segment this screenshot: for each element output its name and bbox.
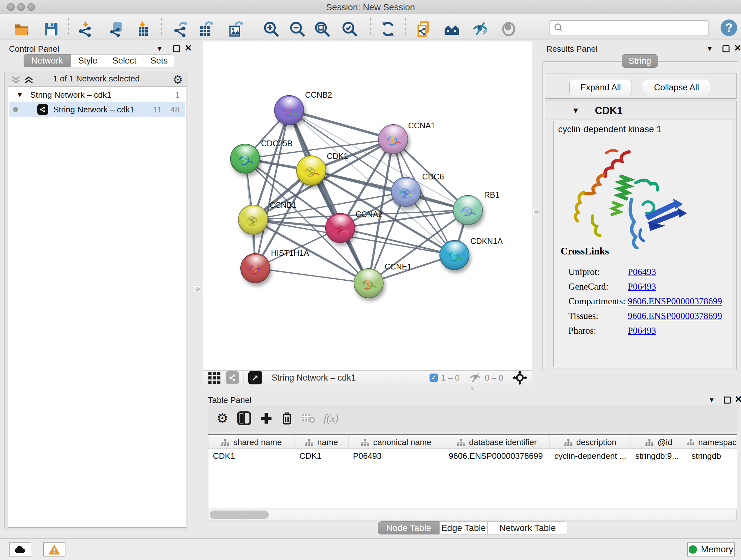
column-header-description[interactable]: description	[550, 435, 631, 449]
network-collection-row[interactable]: ▼ String Network – cdk1 1	[9, 87, 185, 102]
control-panel-collapse-icon[interactable]: ▾	[158, 44, 161, 53]
gear-icon[interactable]: ⚙	[173, 73, 183, 86]
column-header--id[interactable]: @id	[631, 435, 687, 449]
crosslink-link[interactable]: P06493	[628, 281, 656, 292]
column-header-name[interactable]: name	[295, 435, 348, 449]
control-panel-close-icon[interactable]: ✕	[185, 43, 192, 53]
export-network-button[interactable]	[172, 20, 190, 38]
network-node-ccnb2[interactable]	[274, 95, 304, 125]
control-panel-float-icon[interactable]	[173, 45, 180, 52]
network-node-cdc6[interactable]	[391, 177, 421, 207]
crosslink-link[interactable]: 9606.ENSP00000378699	[628, 311, 722, 321]
network-row[interactable]: String Network – cdk1 11 48	[9, 102, 185, 117]
tab-network[interactable]: Network	[23, 54, 71, 67]
tab-node-table[interactable]: Node Table	[378, 521, 440, 535]
search-field[interactable]	[549, 20, 709, 36]
tab-sets[interactable]: Sets	[144, 54, 174, 67]
zoom-selected-button[interactable]	[341, 20, 359, 38]
tab-select[interactable]: Select	[105, 54, 144, 67]
table-cell[interactable]: CDK1	[208, 450, 295, 462]
results-panel-collapse-icon[interactable]: ▾	[708, 44, 712, 53]
memory-button[interactable]: Memory	[687, 543, 735, 557]
network-node-ccnb1[interactable]	[238, 205, 268, 235]
column-header-shared-name[interactable]: shared name	[208, 435, 295, 449]
hide-view-button[interactable]	[471, 20, 489, 38]
column-header-database-identifier[interactable]: database identifier	[444, 435, 550, 449]
crosslink-link[interactable]: P06493	[628, 266, 656, 277]
table-panel-collapse-icon[interactable]: ▾	[710, 395, 714, 404]
table-cell[interactable]: 9606.ENSP00000378699	[444, 450, 550, 462]
help-button[interactable]: ?	[721, 19, 737, 36]
table-row[interactable]: CDK1CDK1P064939606.ENSP00000378699cyclin…	[208, 450, 737, 462]
selected-checkbox[interactable]: ✓	[429, 374, 438, 382]
apply-layout-button[interactable]	[379, 20, 397, 38]
table-panel-float-icon[interactable]	[724, 396, 731, 403]
tree-expander-icon[interactable]: ▼	[16, 91, 23, 99]
results-panel-close-icon[interactable]: ✕	[734, 43, 741, 53]
network-edge[interactable]	[255, 110, 289, 268]
table-cell[interactable]: CDK1	[295, 450, 348, 462]
delete-table-icon[interactable]	[301, 413, 315, 424]
cloud-button[interactable]	[9, 543, 31, 557]
import-network-database-button[interactable]	[108, 20, 126, 38]
network-node-rb1[interactable]	[453, 195, 483, 225]
table-cell[interactable]: P06493	[348, 450, 444, 462]
crosslink-link[interactable]: P06493	[628, 325, 656, 336]
results-panel-float-icon[interactable]	[723, 45, 730, 52]
function-builder-icon[interactable]: f(x)	[324, 412, 339, 424]
network-edge[interactable]	[311, 171, 468, 210]
splitter-grip[interactable]	[194, 286, 201, 293]
delete-column-trash-icon[interactable]	[281, 412, 293, 425]
show-all-views-button[interactable]	[443, 20, 461, 38]
table-cell[interactable]: stringdb:9...	[631, 450, 687, 462]
table-cell[interactable]: stringdb	[687, 450, 737, 462]
splitter-grip[interactable]	[468, 386, 475, 391]
section-collapse-icon[interactable]: ▼	[572, 106, 580, 115]
network-node-ccne1[interactable]	[354, 268, 384, 298]
open-session-button[interactable]	[13, 20, 30, 38]
splitter-grip[interactable]	[533, 208, 540, 215]
tab-string[interactable]: String	[622, 54, 658, 68]
import-network-file-button[interactable]	[77, 20, 94, 38]
table-settings-gear-icon[interactable]: ⚙	[216, 411, 228, 426]
save-session-button[interactable]	[42, 20, 60, 38]
expand-all-button[interactable]: Expand All	[569, 80, 632, 95]
network-node-cdkn1a[interactable]	[440, 240, 469, 270]
tab-edge-table[interactable]: Edge Table	[440, 521, 488, 535]
network-edge[interactable]	[289, 110, 393, 139]
export-table-button[interactable]	[197, 20, 214, 38]
cdk1-section-header[interactable]: ▼ CDK1	[545, 101, 736, 119]
crosslink-link[interactable]: 9606.ENSP00000378699	[628, 296, 722, 307]
zoom-in-button[interactable]	[262, 20, 280, 38]
table-cell[interactable]: cyclin-dependent ...	[550, 450, 631, 462]
hidden-eye-slash-icon[interactable]	[469, 372, 482, 383]
tab-style[interactable]: Style	[71, 54, 105, 67]
grid-mode-icon[interactable]	[208, 371, 222, 384]
birds-eye-view-icon[interactable]	[248, 371, 262, 384]
show-view-button[interactable]	[500, 20, 518, 38]
network-node-ccna1[interactable]	[378, 124, 408, 154]
table-horizontal-scrollbar[interactable]	[209, 509, 737, 520]
network-edge[interactable]	[255, 268, 368, 283]
search-input[interactable]	[564, 23, 701, 33]
collapse-all-button[interactable]: Collapse All	[643, 80, 711, 95]
network-node-hist1h1a[interactable]	[240, 253, 270, 283]
zoom-fit-button[interactable]	[313, 20, 331, 38]
network-node-cdk1[interactable]	[296, 155, 326, 186]
show-columns-icon[interactable]	[237, 411, 252, 426]
tab-network-table[interactable]: Network Table	[488, 521, 567, 535]
import-table-button[interactable]	[133, 20, 151, 38]
string-view-icon[interactable]	[226, 371, 239, 384]
column-header-namespac[interactable]: namespac	[687, 435, 737, 449]
scrollbar-thumb[interactable]	[210, 510, 269, 519]
clone-network-button[interactable]	[415, 20, 433, 38]
zoom-out-button[interactable]	[288, 20, 307, 38]
network-view-canvas[interactable]: CCNB2CCNA1CDC25BCDK1CDC6RB1CCNB1CCNA2CDK…	[203, 42, 532, 370]
network-node-ccna2[interactable]	[325, 213, 355, 243]
column-header-canonical-name[interactable]: canonical name	[348, 435, 444, 449]
add-column-plus-icon[interactable]	[260, 412, 273, 425]
network-node-cdc25b[interactable]	[230, 144, 260, 174]
warnings-button[interactable]	[43, 543, 65, 557]
export-image-button[interactable]	[226, 20, 245, 38]
table-panel-close-icon[interactable]: ✕	[735, 394, 741, 405]
